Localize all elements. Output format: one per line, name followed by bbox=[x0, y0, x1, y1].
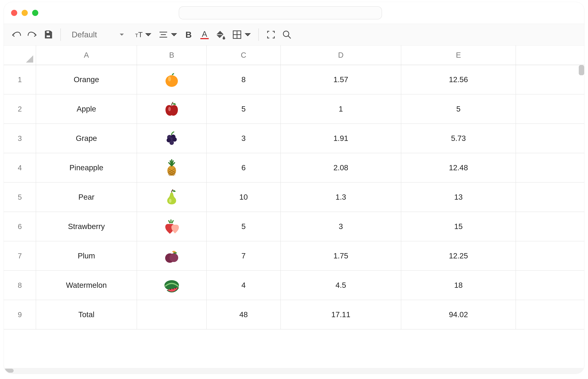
cell[interactable] bbox=[137, 124, 207, 153]
cell[interactable]: Pineapple bbox=[36, 153, 137, 182]
triangle-icon bbox=[25, 55, 34, 63]
column-header-b[interactable]: B bbox=[137, 46, 207, 65]
cell[interactable]: 12.56 bbox=[401, 65, 516, 94]
address-bar[interactable] bbox=[179, 6, 382, 19]
fill-color-button[interactable] bbox=[214, 28, 227, 41]
cell[interactable]: 7 bbox=[207, 241, 281, 270]
cell[interactable]: Orange bbox=[36, 65, 137, 94]
cell[interactable] bbox=[137, 271, 207, 300]
cell[interactable]: Watermelon bbox=[36, 271, 137, 300]
cell[interactable] bbox=[137, 153, 207, 182]
cell[interactable]: 3 bbox=[207, 124, 281, 153]
search-button[interactable] bbox=[280, 28, 293, 41]
scrollbar-thumb[interactable] bbox=[4, 369, 14, 373]
cell[interactable] bbox=[137, 212, 207, 241]
cell[interactable]: 4 bbox=[207, 271, 281, 300]
svg-point-9 bbox=[283, 31, 289, 36]
save-button[interactable] bbox=[42, 28, 55, 41]
cell[interactable]: 5 bbox=[207, 95, 281, 124]
cell[interactable]: 5.73 bbox=[401, 124, 516, 153]
maximize-window-button[interactable] bbox=[32, 10, 38, 16]
cell[interactable] bbox=[137, 183, 207, 212]
expand-icon bbox=[266, 30, 276, 40]
borders-button[interactable] bbox=[230, 28, 253, 41]
cell[interactable]: 15 bbox=[401, 212, 516, 241]
cell[interactable]: 6 bbox=[207, 153, 281, 182]
row-header[interactable]: 9 bbox=[4, 300, 36, 329]
cell[interactable]: Strawberry bbox=[36, 212, 137, 241]
cell[interactable]: 18 bbox=[401, 271, 516, 300]
table-row: 1Orange81.5712.56 bbox=[4, 65, 584, 95]
cell[interactable] bbox=[137, 95, 207, 124]
horizontal-scrollbar[interactable] bbox=[4, 368, 584, 373]
minimize-window-button[interactable] bbox=[22, 10, 28, 16]
cell[interactable] bbox=[137, 65, 207, 94]
cell[interactable] bbox=[137, 300, 207, 329]
column-header-a[interactable]: A bbox=[36, 46, 137, 65]
table-row: 5Pear101.313 bbox=[4, 183, 584, 212]
svg-rect-0 bbox=[46, 31, 49, 33]
cell[interactable]: Total bbox=[36, 300, 137, 329]
cell[interactable]: Grape bbox=[36, 124, 137, 153]
row-header[interactable]: 3 bbox=[4, 124, 36, 153]
cell[interactable]: 5 bbox=[207, 212, 281, 241]
row-header[interactable]: 1 bbox=[4, 65, 36, 94]
cell[interactable]: Pear bbox=[36, 183, 137, 212]
titlebar bbox=[4, 2, 584, 24]
font-size-picker[interactable]: TT bbox=[133, 28, 153, 41]
cell[interactable]: 12.48 bbox=[401, 153, 516, 182]
cell[interactable]: 1.3 bbox=[281, 183, 401, 212]
font-family-picker[interactable]: Default bbox=[66, 28, 130, 42]
toolbar: Default TT B A bbox=[4, 24, 584, 46]
paint-bucket-icon bbox=[215, 30, 226, 40]
chevron-down-icon bbox=[245, 32, 251, 38]
row-header[interactable]: 8 bbox=[4, 271, 36, 300]
cell[interactable]: 13 bbox=[401, 183, 516, 212]
row-header[interactable]: 2 bbox=[4, 95, 36, 124]
toolbar-separator bbox=[259, 29, 259, 41]
redo-button[interactable] bbox=[26, 28, 39, 41]
column-header-c[interactable]: C bbox=[207, 46, 281, 65]
svg-line-10 bbox=[288, 36, 291, 38]
cell[interactable] bbox=[137, 241, 207, 270]
cell[interactable]: Plum bbox=[36, 241, 137, 270]
cell[interactable]: 17.11 bbox=[281, 300, 401, 329]
table-row: 2Apple515 bbox=[4, 95, 584, 124]
close-window-button[interactable] bbox=[11, 10, 17, 16]
cell[interactable]: 1.75 bbox=[281, 241, 401, 270]
grape-icon bbox=[163, 129, 181, 147]
cell[interactable]: 1.91 bbox=[281, 124, 401, 153]
font-color-button[interactable]: A bbox=[198, 28, 211, 41]
column-header-d[interactable]: D bbox=[281, 46, 401, 65]
cell[interactable]: 12.25 bbox=[401, 241, 516, 270]
row-header[interactable]: 4 bbox=[4, 153, 36, 182]
cell[interactable]: 48 bbox=[207, 300, 281, 329]
cell[interactable]: 5 bbox=[401, 95, 516, 124]
select-all-corner[interactable] bbox=[4, 46, 36, 65]
cell[interactable]: 10 bbox=[207, 183, 281, 212]
column-header-e[interactable]: E bbox=[401, 46, 516, 65]
strawberry-icon bbox=[163, 217, 181, 236]
table-row: 9Total4817.1194.02 bbox=[4, 300, 584, 330]
row-header[interactable]: 7 bbox=[4, 241, 36, 270]
cell[interactable]: 4.5 bbox=[281, 271, 401, 300]
cell[interactable]: 8 bbox=[207, 65, 281, 94]
vertical-scrollbar-thumb[interactable] bbox=[579, 65, 584, 75]
cell[interactable]: 2.08 bbox=[281, 153, 401, 182]
toolbar-separator bbox=[60, 29, 61, 41]
cell[interactable]: Apple bbox=[36, 95, 137, 124]
bold-button[interactable]: B bbox=[182, 28, 195, 41]
letter-a-icon: A bbox=[202, 30, 207, 38]
cell[interactable]: 1 bbox=[281, 95, 401, 124]
cell[interactable]: 3 bbox=[281, 212, 401, 241]
cell[interactable]: 94.02 bbox=[401, 300, 516, 329]
font-family-label: Default bbox=[72, 30, 97, 39]
align-button[interactable] bbox=[156, 28, 179, 41]
search-icon bbox=[282, 30, 292, 40]
cell[interactable]: 1.57 bbox=[281, 65, 401, 94]
row-header[interactable]: 5 bbox=[4, 183, 36, 212]
plum-icon bbox=[163, 247, 181, 265]
undo-button[interactable] bbox=[10, 28, 23, 41]
fullscreen-button[interactable] bbox=[265, 28, 277, 41]
row-header[interactable]: 6 bbox=[4, 212, 36, 241]
